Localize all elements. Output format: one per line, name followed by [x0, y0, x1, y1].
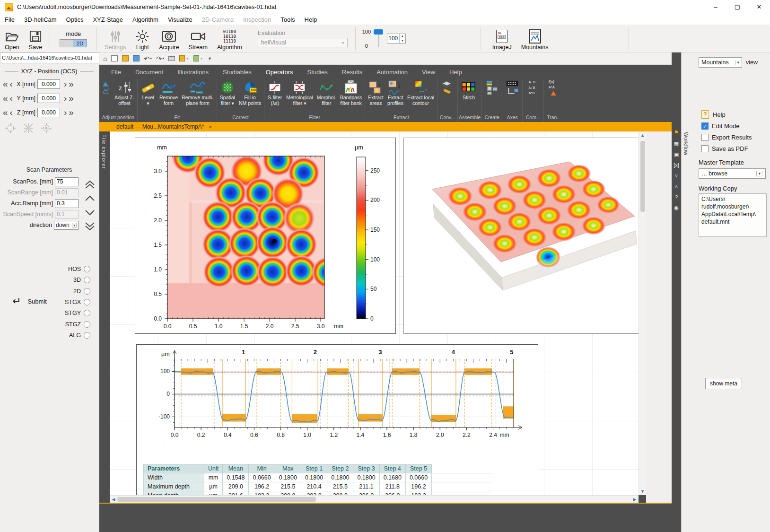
ribbon-item-com-[interactable]: A−BA / BA*B — [524, 80, 542, 95]
direction-select[interactable]: down▾ — [54, 221, 79, 230]
hscroll-thumb[interactable] — [117, 497, 316, 502]
vertical-scrollbar[interactable]: ▲ ▼ — [639, 131, 646, 495]
jog-fast-pos-icon[interactable]: » — [68, 108, 75, 117]
ribbon-item-tran-[interactable]: f(x)A*Ā — [545, 80, 563, 95]
slider-handle[interactable] — [374, 29, 383, 35]
vscroll-thumb[interactable] — [640, 141, 645, 212]
stage-home-icon[interactable] — [23, 122, 34, 134]
scroll-right-icon[interactable]: ▶ — [631, 497, 639, 502]
jog-pos-icon[interactable]: › — [63, 79, 68, 89]
center-position-icon[interactable] — [41, 122, 52, 134]
document-tab[interactable]: default --- Mou...MountainsTempA* × — [113, 122, 216, 131]
jog-fast-neg-icon[interactable]: « — [2, 108, 9, 117]
ribbon-item-s-filter[interactable]: S-filter (λs) — [265, 80, 284, 106]
menu-file[interactable]: File — [0, 16, 19, 23]
checkbox-edit-mode[interactable]: ✓Edit Mode — [701, 122, 740, 130]
menu-3d-helicam[interactable]: 3D-heliCam — [19, 16, 61, 23]
ribbon-item-extract[interactable]: Extract areas — [366, 80, 385, 106]
menu-help[interactable]: Help — [300, 16, 322, 23]
radio-indicator[interactable] — [84, 299, 90, 305]
expand-up-icon[interactable]: ∧ — [674, 183, 678, 190]
checkbox-save-as-pdf[interactable]: Save as PDF — [701, 145, 748, 152]
radio-row-stgy[interactable]: STGY — [65, 308, 90, 318]
pin-icon[interactable]: ⚑ — [674, 129, 679, 136]
mountains-button[interactable]: Mountains — [516, 25, 553, 52]
jog-neg-icon[interactable]: ‹ — [9, 94, 14, 103]
menu-xyz-stage[interactable]: XYZ-Stage — [88, 16, 128, 23]
jog-pos-icon[interactable]: › — [63, 108, 68, 117]
minicharts-icon[interactable] — [100, 80, 113, 95]
master-template-select[interactable]: ... browse ▾ — [699, 168, 766, 179]
ribbon-tab-document[interactable]: Document — [128, 69, 170, 76]
radio-indicator[interactable] — [84, 310, 90, 316]
new-document-icon[interactable] — [111, 55, 118, 61]
scroll-left-icon[interactable]: ◀ — [110, 497, 117, 502]
open-document-icon[interactable] — [122, 55, 129, 61]
scan-jog-double-down-icon[interactable] — [84, 220, 96, 231]
workflow-tab[interactable]: Workflow — [682, 132, 689, 155]
algorithm-button[interactable]: 011001011011110 Algorithm — [212, 25, 247, 52]
ribbon-item-extract[interactable]: Extract profiles — [385, 80, 405, 106]
save-minidoc-icon[interactable]: ＋ — [179, 55, 189, 61]
formula-icon[interactable]: [x] — [674, 162, 679, 168]
home-icon[interactable]: ⌂ — [103, 55, 107, 62]
ribbon-item-level[interactable]: Level ▾ — [139, 80, 158, 106]
ribbon-item-adjust-z-[interactable]: zAdjust Z- offset — [113, 80, 136, 106]
ribbon-item-stitch[interactable]: Stitch — [459, 80, 479, 101]
show-meta-button[interactable]: show meta — [705, 378, 742, 389]
ribbon-tab-results[interactable]: Results — [335, 69, 369, 76]
maximize-button[interactable]: ▢ — [726, 0, 748, 14]
quickbar-overflow-icon[interactable]: ▼ — [208, 56, 212, 61]
menu-visualize[interactable]: Visualize — [163, 16, 197, 23]
scan-input-accramp[interactable] — [55, 199, 79, 208]
ribbon-item-fill-in[interactable]: NMFill in NM points — [237, 80, 263, 106]
visibility-icon[interactable]: ◉ — [674, 205, 679, 211]
radio-row-alg[interactable]: ALG — [69, 331, 90, 340]
ribbon-item-morphol-[interactable]: Morphol. filter — [315, 80, 338, 106]
jog-fast-neg-icon[interactable]: « — [2, 79, 9, 89]
menu-algorithm[interactable]: Algorithm — [128, 16, 163, 23]
jog-pos-icon[interactable]: › — [63, 94, 68, 103]
file-path-field[interactable]: C:\Users\...hdat-16416\cavities-01.hdat — [0, 52, 99, 63]
checkbox-box[interactable]: ✓ — [701, 122, 709, 130]
scan-jog-down-icon[interactable] — [84, 207, 96, 217]
save-button[interactable]: Save — [24, 25, 47, 52]
radio-row-hos[interactable]: HOS — [68, 264, 90, 274]
scan-jog-up-icon[interactable] — [84, 193, 96, 203]
ribbon-item-spatial[interactable]: Spatial filter ▾ — [218, 80, 237, 106]
scan-jog-double-up-icon[interactable] — [84, 179, 96, 190]
measure-icon[interactable]: ▣ — [674, 151, 679, 157]
help-question-icon[interactable]: ? — [675, 194, 678, 200]
radio-indicator[interactable] — [84, 266, 90, 272]
view-selector[interactable]: Mountains ▾ — [699, 57, 742, 68]
export-image-icon[interactable]: ＋ — [193, 55, 203, 61]
minimize-button[interactable]: – — [705, 0, 726, 14]
jog-fast-pos-icon[interactable]: » — [68, 79, 75, 89]
ribbon-tab-studies[interactable]: Studies — [300, 69, 334, 76]
settings-button[interactable]: Settings — [100, 25, 131, 52]
jog-neg-icon[interactable]: ‹ — [9, 79, 14, 89]
ribbon-item-bandpass[interactable]: Bandpass filter bank — [338, 80, 364, 106]
radio-row-3d[interactable]: 3D — [73, 275, 90, 285]
ribbon-tab-operators[interactable]: Operators — [259, 69, 300, 76]
menu-tools[interactable]: Tools — [276, 16, 299, 23]
spin-up-icon[interactable]: ▲ — [400, 34, 405, 39]
scroll-up-icon[interactable]: ▲ — [639, 131, 646, 139]
menu-optics[interactable]: Optics — [61, 16, 88, 23]
radio-indicator[interactable] — [84, 277, 90, 283]
ribbon-tab-view[interactable]: View — [415, 69, 442, 76]
open-button[interactable]: Open — [0, 25, 24, 52]
tab-close-icon[interactable]: × — [209, 124, 211, 130]
ribbon-tab-studiables[interactable]: Studiables — [216, 69, 259, 76]
jog-fast-neg-icon[interactable]: « — [2, 94, 9, 103]
radio-indicator[interactable] — [84, 332, 90, 339]
calculator-icon[interactable]: ▦ — [674, 140, 679, 147]
mode-toggle[interactable]: 2D — [60, 39, 87, 47]
height-map-panel[interactable]: 0.00.51.01.52.02.53.00.00.51.01.52.02.53… — [135, 138, 396, 334]
ribbon-item-metrological[interactable]: Metrological filter ▾ — [284, 80, 315, 106]
ribbon-tab-illustrations[interactable]: Illustrations — [170, 69, 216, 76]
help-button[interactable]: ? Help — [701, 110, 726, 119]
undo-icon[interactable]: ↶▾ — [144, 55, 152, 62]
scroll-down-icon[interactable]: ▼ — [639, 488, 646, 495]
stream-button[interactable]: Stream — [184, 25, 212, 52]
